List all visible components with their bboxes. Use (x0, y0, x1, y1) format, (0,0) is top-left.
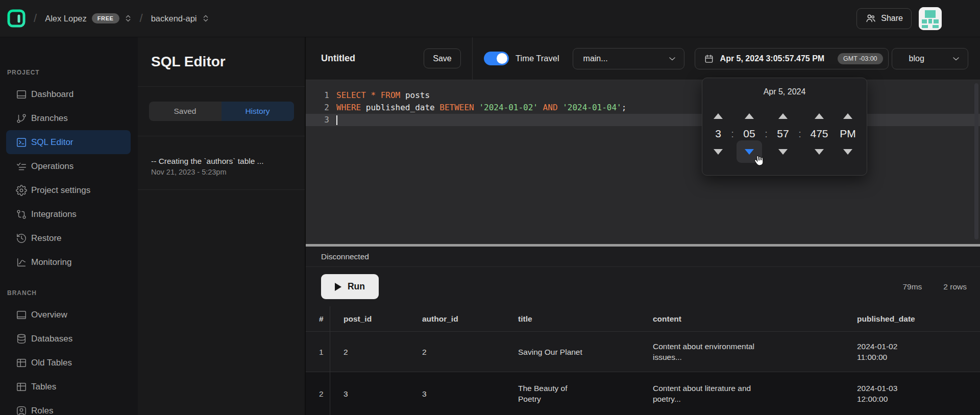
sidebar-item-operations[interactable]: Operations (6, 154, 131, 178)
sidebar-item-dashboard[interactable]: Dashboard (6, 82, 131, 106)
tab-history[interactable]: History (222, 102, 294, 121)
save-button[interactable]: Save (424, 48, 461, 68)
sidebar-item-project-settings[interactable]: Project settings (6, 178, 131, 202)
millisecond-up-button[interactable] (807, 110, 831, 122)
avatar[interactable] (919, 7, 942, 30)
table-icon (16, 381, 27, 393)
triangle-up-icon (778, 113, 788, 119)
meridiem-up-button[interactable] (836, 110, 860, 122)
code-line: 1 SELECT * FROM posts (306, 89, 980, 102)
neon-logo-icon[interactable] (7, 9, 26, 28)
chevron-down-icon (667, 54, 677, 64)
code-line-current: 3 (306, 114, 980, 126)
mouse-hand-cursor (752, 154, 767, 169)
column-header: title (505, 306, 640, 331)
database-icon (16, 333, 27, 345)
run-bar: Run 79ms 2 rows (306, 267, 980, 306)
second-value: 57 (777, 125, 789, 142)
section-label-project: PROJECT (7, 69, 138, 76)
user-menu[interactable]: Alex Lopez FREE (45, 13, 131, 23)
breadcrumb-separator: / (140, 12, 143, 25)
sidebar-item-roles[interactable]: Roles (6, 399, 131, 415)
share-button[interactable]: Share (856, 8, 912, 29)
minute-value: 05 (743, 125, 755, 142)
page-title: SQL Editor (151, 54, 226, 70)
popup-date-label: Apr 5, 2024 (702, 87, 867, 96)
millisecond-value: 475 (810, 125, 828, 142)
users-icon (865, 13, 876, 24)
datetime-picker-button[interactable]: Apr 5, 2024 3:05:57.475 PM GMT -03:00 (695, 48, 889, 69)
meridiem-value: PM (840, 125, 856, 142)
minute-up-button[interactable] (738, 110, 761, 122)
history-item-query: -- Creating the `authors` table ... (151, 157, 291, 166)
hour-up-button[interactable] (706, 110, 730, 122)
sql-code-editor[interactable]: 1 SELECT * FROM posts 2 WHERE published_… (306, 80, 980, 244)
user-icon (16, 405, 27, 415)
triangle-down-icon (843, 149, 852, 155)
tab-saved[interactable]: Saved (149, 102, 222, 121)
user-name: Alex Lopez (45, 14, 87, 23)
project-menu[interactable]: backend-api (151, 14, 209, 23)
section-label-branch: BRANCH (7, 289, 138, 297)
history-item-date: Nov 21, 2023 - 5:23pm (151, 168, 291, 176)
checklist-icon (16, 161, 27, 172)
text-cursor (336, 115, 337, 125)
second-down-button[interactable] (771, 145, 795, 158)
table-row[interactable]: 2 3 3 The Beauty of Poetry Content about… (306, 372, 980, 415)
calendar-icon (704, 54, 714, 64)
triangle-down-icon (714, 149, 723, 155)
hour-down-button[interactable] (706, 145, 730, 158)
history-item[interactable]: -- Creating the `authors` table ... Nov … (138, 136, 305, 190)
sql-editor-panel: SQL Editor Saved History -- Creating the… (138, 37, 305, 415)
sidebar: PROJECT Dashboard Branches SQL Editor Op… (0, 37, 138, 415)
play-icon (335, 283, 341, 291)
git-branch-icon (16, 113, 27, 124)
chevron-updown-icon[interactable] (125, 14, 132, 22)
branch-select[interactable]: main... (573, 48, 684, 69)
column-header: published_date (844, 306, 980, 331)
run-button[interactable]: Run (321, 274, 379, 299)
chevron-updown-icon[interactable] (202, 14, 209, 22)
triangle-up-icon (745, 113, 754, 119)
plan-badge: FREE (92, 13, 119, 23)
time-travel-toggle[interactable] (484, 52, 509, 65)
sidebar-item-databases[interactable]: Databases (6, 327, 131, 351)
sidebar-item-overview[interactable]: Overview (6, 303, 131, 327)
meridiem-down-button[interactable] (836, 145, 860, 158)
second-up-button[interactable] (771, 110, 795, 122)
breadcrumb-separator: / (34, 12, 37, 25)
triangle-up-icon (815, 113, 824, 119)
sidebar-item-integrations[interactable]: Integrations (6, 202, 131, 226)
history-clock-icon (16, 233, 27, 244)
connection-status-bar: Disconnected (306, 247, 980, 267)
sidebar-item-monitoring[interactable]: Monitoring (6, 250, 131, 274)
chart-icon (16, 257, 27, 268)
window-icon (16, 309, 27, 321)
sidebar-item-branches[interactable]: Branches (6, 106, 131, 130)
triangle-up-icon (843, 113, 852, 119)
git-compare-icon (16, 209, 27, 220)
connection-status: Disconnected (321, 252, 369, 261)
terminal-icon (16, 137, 27, 148)
triangle-down-icon (815, 149, 824, 155)
saved-history-tabs: Saved History (149, 102, 294, 121)
code-line: 2 WHERE published_date BETWEEN '2024-01-… (306, 102, 980, 114)
triangle-down-icon (745, 149, 754, 155)
database-select[interactable]: blog (892, 48, 968, 69)
editor-header: Untitled Save Time Travel main... Apr 5,… (306, 37, 980, 80)
table-row[interactable]: 1 2 2 Saving Our Planet Content about en… (306, 332, 980, 372)
datetime-picker-popup: Apr 5, 2024 3 : 05 : 57 : 475 PM (702, 78, 867, 176)
editor-scrollbar[interactable] (974, 83, 978, 239)
main-area: Untitled Save Time Travel main... Apr 5,… (305, 37, 980, 415)
sidebar-item-restore[interactable]: Restore (6, 226, 131, 250)
hour-value: 3 (715, 125, 721, 142)
query-duration: 79ms (902, 282, 922, 291)
sidebar-item-tables[interactable]: Tables (6, 375, 131, 399)
sidebar-item-sql-editor[interactable]: SQL Editor (6, 130, 131, 154)
triangle-up-icon (714, 113, 723, 119)
sidebar-item-old-tables[interactable]: Old Tables (6, 351, 131, 375)
column-header: content (640, 306, 844, 331)
column-header: post_id (330, 306, 409, 331)
row-count: 2 rows (943, 282, 967, 291)
millisecond-down-button[interactable] (807, 145, 831, 158)
